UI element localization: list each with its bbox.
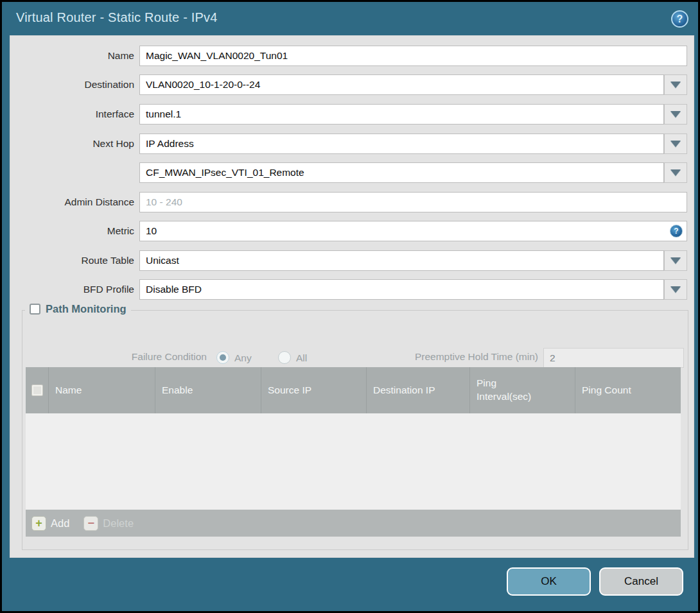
dialog-title: Virtual Router - Static Route - IPv4: [16, 2, 218, 33]
select-all-column-header: [26, 367, 49, 413]
delete-button[interactable]: − Delete: [83, 516, 134, 531]
name-input[interactable]: [139, 46, 687, 66]
chevron-down-icon: [670, 169, 681, 176]
path-monitoring-legend: Path Monitoring: [25, 303, 131, 315]
name-label: Name: [10, 46, 134, 66]
field-row-metric: Metric ?: [10, 221, 687, 241]
field-row-name: Name: [10, 46, 687, 66]
cancel-button[interactable]: Cancel: [599, 567, 683, 596]
route-table-dropdown-button[interactable]: [664, 250, 687, 271]
column-header-enable[interactable]: Enable: [155, 367, 261, 413]
delete-icon: −: [83, 516, 98, 531]
next-hop-type-input[interactable]: [139, 134, 664, 154]
failure-condition-label: Failure Condition: [22, 351, 207, 363]
failure-condition-all-radio[interactable]: [278, 351, 291, 364]
ok-button[interactable]: OK: [507, 567, 591, 596]
interface-input[interactable]: [139, 104, 664, 125]
column-header-ping-interval[interactable]: Ping Interval(sec): [470, 367, 575, 413]
dialog-titlebar: Virtual Router - Static Route - IPv4 ?: [4, 2, 696, 33]
static-route-dialog: Virtual Router - Static Route - IPv4 ? N…: [0, 0, 700, 613]
preemptive-hold-time-input[interactable]: [543, 348, 684, 368]
table-body-empty: [26, 413, 681, 510]
failure-condition-any-radio[interactable]: [216, 351, 229, 364]
failure-condition-all-label: All: [296, 351, 307, 365]
route-table-input[interactable]: [139, 250, 664, 271]
column-header-source-ip[interactable]: Source IP: [261, 367, 367, 413]
next-hop-label: Next Hop: [10, 134, 134, 154]
field-row-interface: Interface: [10, 104, 687, 125]
next-hop-address-dropdown-button[interactable]: [664, 162, 687, 183]
column-header-name[interactable]: Name: [49, 367, 155, 413]
table-toolbar: + Add − Delete: [26, 510, 681, 537]
path-monitoring-table: Name Enable Source IP Destination IP Pin…: [26, 367, 681, 537]
destination-label: Destination: [10, 74, 134, 95]
bfd-profile-input[interactable]: [139, 279, 664, 300]
metric-label: Metric: [10, 221, 134, 241]
next-hop-type-dropdown-button[interactable]: [664, 134, 687, 154]
field-row-next-hop: Next Hop: [10, 134, 687, 154]
destination-dropdown-button[interactable]: [664, 74, 687, 95]
field-row-admin-distance: Admin Distance: [10, 192, 687, 212]
field-row-bfd-profile: BFD Profile: [10, 279, 687, 300]
route-table-label: Route Table: [10, 250, 134, 271]
admin-distance-input[interactable]: [139, 192, 687, 212]
chevron-down-icon: [670, 141, 681, 147]
preemptive-hold-time-label: Preemptive Hold Time (min): [356, 351, 538, 363]
chevron-down-icon: [670, 286, 681, 293]
help-icon[interactable]: ?: [671, 10, 688, 28]
failure-condition-row: Failure Condition Any All Preemptive Hol…: [22, 351, 689, 365]
column-header-ping-count[interactable]: Ping Count: [575, 367, 681, 413]
interface-label: Interface: [10, 104, 134, 125]
field-row-next-hop-address: [10, 162, 687, 183]
field-row-route-table: Route Table: [10, 250, 687, 271]
metric-help-icon[interactable]: ?: [670, 225, 683, 237]
chevron-down-icon: [670, 82, 681, 88]
bfd-profile-dropdown-button[interactable]: [664, 279, 687, 300]
failure-condition-any-label: Any: [234, 351, 252, 365]
next-hop-address-input[interactable]: [139, 162, 664, 183]
column-header-destination-ip[interactable]: Destination IP: [367, 367, 470, 413]
path-monitoring-checkbox[interactable]: [30, 304, 40, 315]
chevron-down-icon: [670, 111, 681, 117]
admin-distance-label: Admin Distance: [10, 192, 134, 212]
table-header: Name Enable Source IP Destination IP Pin…: [26, 367, 681, 413]
path-monitoring-title: Path Monitoring: [46, 303, 127, 315]
dialog-content-panel: Name Destination Interface: [10, 35, 694, 558]
bfd-profile-label: BFD Profile: [10, 279, 134, 300]
add-icon: +: [31, 516, 46, 531]
interface-dropdown-button[interactable]: [664, 104, 687, 125]
destination-input[interactable]: [139, 74, 664, 95]
select-all-checkbox[interactable]: [31, 384, 43, 396]
field-row-destination: Destination: [10, 74, 687, 95]
add-button[interactable]: + Add: [31, 516, 69, 531]
chevron-down-icon: [670, 257, 681, 264]
metric-input[interactable]: [139, 221, 687, 241]
